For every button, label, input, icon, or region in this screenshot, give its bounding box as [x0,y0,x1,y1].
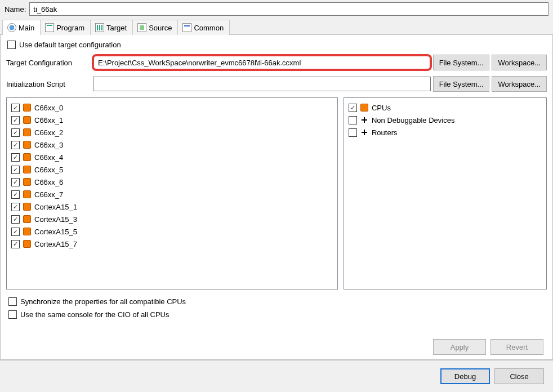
tab-target-label: Target [106,24,127,32]
core-checkbox[interactable] [11,141,20,149]
core-checkbox[interactable] [11,166,20,174]
core-label: C66xx_2 [34,128,63,137]
core-checkbox[interactable] [11,203,20,211]
same-console-checkbox[interactable] [8,310,17,319]
core-icon [23,240,31,248]
tab-target[interactable]: Target [90,20,133,35]
core-label: C66xx_3 [34,141,63,149]
core-label: C66xx_0 [34,104,63,112]
use-default-label: Use default target configuration [19,41,121,49]
core-icon [23,228,31,235]
name-label: Name: [5,5,26,14]
source-icon [137,23,146,32]
routers-icon [360,128,368,136]
tab-main-label: Main [19,24,34,32]
core-checkbox[interactable] [11,178,20,186]
target-config-input[interactable] [93,55,431,70]
name-input[interactable] [29,2,548,16]
debug-button[interactable]: Debug [440,368,490,384]
core-tree[interactable]: C66xx_0C66xx_1C66xx_2C66xx_3C66xx_4C66xx… [6,97,338,289]
program-icon [45,23,54,32]
core-label: CortexA15_1 [34,203,77,211]
use-default-checkbox[interactable] [7,41,16,49]
apply-button[interactable]: Apply [433,339,486,355]
cpus-checkbox[interactable] [349,104,357,112]
same-console-label: Use the same console for the CIO of all … [20,310,169,319]
core-icon [23,116,31,124]
core-item[interactable]: CortexA15_5 [10,225,334,238]
core-item[interactable]: C66xx_6 [10,176,334,188]
core-icon [23,104,31,112]
core-label: CortexA15_5 [34,228,77,236]
core-checkbox[interactable] [11,153,20,162]
tab-program[interactable]: Program [40,20,91,35]
cpus-label: CPUs [372,104,391,112]
device-categories-tree[interactable]: CPUs Non Debuggable Devices Routers [344,97,547,289]
core-item[interactable]: CortexA15_7 [10,238,334,250]
init-script-input[interactable] [93,77,431,91]
sync-properties-checkbox[interactable] [8,297,17,306]
core-item[interactable]: C66xx_0 [10,101,334,114]
core-label: CortexA15_7 [34,240,77,248]
sync-properties-label: Synchronize the properties for all compa… [20,297,186,306]
tab-program-label: Program [56,24,84,32]
core-label: C66xx_6 [34,178,63,186]
core-label: C66xx_5 [34,166,63,174]
target-config-workspace-button[interactable]: Workspace... [492,55,547,70]
target-config-label: Target Configuration [6,59,91,67]
core-icon [23,203,31,211]
core-icon [23,141,31,149]
core-label: C66xx_7 [34,190,63,199]
tab-common-label: Common [194,24,224,32]
core-checkbox[interactable] [11,215,20,224]
core-checkbox[interactable] [11,104,20,112]
close-button[interactable]: Close [494,368,544,384]
routers-label: Routers [372,128,398,137]
core-label: C66xx_4 [34,153,63,162]
core-checkbox[interactable] [11,240,20,248]
core-item[interactable]: C66xx_3 [10,139,334,151]
init-script-label: Initialization Script [6,80,91,88]
main-icon [7,23,16,32]
init-script-workspace-button[interactable]: Workspace... [492,76,547,92]
core-item[interactable]: CortexA15_1 [10,201,334,213]
core-item[interactable]: C66xx_7 [10,188,334,201]
common-icon [182,23,191,32]
nondebug-icon [360,116,368,124]
target-icon [95,23,104,32]
nondebug-label: Non Debuggable Devices [372,116,454,124]
core-item[interactable]: C66xx_4 [10,151,334,163]
core-label: CortexA15_3 [34,215,77,224]
core-item[interactable]: C66xx_5 [10,163,334,176]
core-icon [23,178,31,186]
tab-common[interactable]: Common [177,20,230,35]
core-checkbox[interactable] [11,190,20,199]
core-checkbox[interactable] [11,228,20,236]
target-config-filesystem-button[interactable]: File System... [433,55,490,70]
init-script-filesystem-button[interactable]: File System... [433,76,490,92]
core-checkbox[interactable] [11,116,20,124]
core-icon [23,215,31,223]
tab-source-label: Source [149,24,172,32]
cpu-icon [360,104,368,112]
core-icon [23,128,31,136]
core-checkbox[interactable] [11,128,20,137]
core-item[interactable]: CortexA15_3 [10,213,334,225]
routers-checkbox[interactable] [349,128,357,137]
core-icon [23,190,31,198]
nondebug-checkbox[interactable] [349,116,357,124]
core-icon [23,153,31,161]
tab-source[interactable]: Source [132,20,178,35]
core-icon [23,166,31,173]
core-item[interactable]: C66xx_1 [10,114,334,126]
core-item[interactable]: C66xx_2 [10,126,334,139]
revert-button[interactable]: Revert [490,339,543,355]
tab-main[interactable]: Main [2,20,41,35]
tab-bar: Main Program Target Source Common [0,19,553,35]
core-label: C66xx_1 [34,116,63,124]
